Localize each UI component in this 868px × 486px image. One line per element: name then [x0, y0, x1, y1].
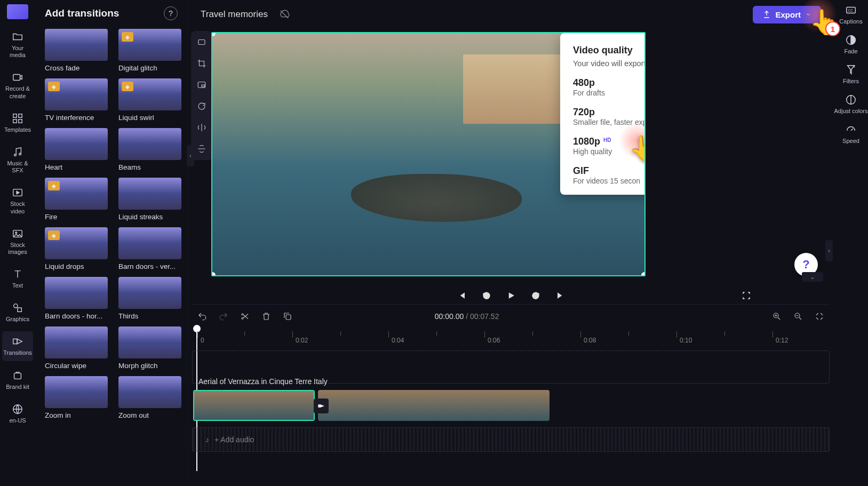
export-button[interactable]: Export [753, 6, 821, 23]
transition-item[interactable]: ◆Liquid drops [45, 227, 108, 270]
transition-label: Liquid streaks [118, 213, 181, 221]
preview-canvas[interactable]: Video quality Your video will export as … [211, 32, 646, 276]
transition-item[interactable]: Barn doors - ver... [118, 227, 181, 270]
timeline-ruler[interactable]: 00:020:040:060:080:100:12 [192, 328, 830, 346]
svg-rect-22 [286, 315, 291, 320]
transition-label: Barn doors - ver... [118, 262, 181, 270]
transition-item[interactable]: Thirds [118, 277, 181, 320]
video-clip-selected[interactable] [193, 390, 315, 421]
collapse-down[interactable]: ⌄ [802, 272, 823, 282]
rr-speed[interactable]: Speed [842, 124, 859, 144]
transition-label: Heart [45, 163, 108, 171]
transition-item[interactable]: Barn doors - hor... [45, 277, 108, 320]
rr-captions[interactable]: CCCaptions [839, 4, 862, 25]
rail-label: Graphics [6, 316, 29, 323]
transition-item[interactable]: Zoom in [45, 376, 108, 419]
preview-area: ‹ Video quality Your video will export a… [188, 29, 834, 283]
svg-rect-2 [19, 114, 22, 117]
quality-heading: 480p [573, 77, 646, 89]
rail-stock-images[interactable]: Stock images [2, 224, 33, 260]
skip-start-icon[interactable] [457, 290, 467, 301]
fit-timeline-icon[interactable] [815, 312, 824, 321]
rail-music-sfx[interactable]: Music & SFX [2, 142, 33, 178]
transition-item[interactable]: Morph glitch [118, 326, 181, 370]
rail-text[interactable]: Text [2, 264, 33, 293]
transition-item[interactable]: ◆TV interference [45, 78, 108, 122]
crop-icon[interactable] [197, 59, 206, 68]
flip-h-icon[interactable] [197, 123, 206, 132]
transition-label: Liquid drops [45, 262, 108, 270]
redo-icon[interactable] [219, 312, 228, 321]
transition-item[interactable]: Beams [118, 128, 181, 171]
export-label: Export [775, 10, 801, 19]
rail-record-create[interactable]: Record & create [2, 67, 33, 103]
transition-item[interactable]: Heart [45, 128, 108, 171]
audio-track[interactable]: ♪ + Add audio [192, 427, 830, 452]
rail-your-media[interactable]: Your media [2, 27, 33, 63]
top-bar: Travel memories Export 👆 1 [188, 0, 834, 29]
svg-rect-17 [202, 85, 204, 87]
zoom-in-icon[interactable] [772, 312, 782, 321]
svg-point-21 [242, 317, 243, 319]
video-track[interactable]: Aerial of Vernazza in Cinque Terre Italy [192, 389, 830, 422]
collapse-panel-right[interactable]: › [825, 240, 833, 261]
fit-icon[interactable] [197, 37, 206, 47]
skip-end-icon[interactable] [555, 290, 566, 301]
transition-thumb: ◆ [118, 78, 181, 110]
rail-language[interactable]: en-US [2, 399, 33, 428]
project-title[interactable]: Travel memories [201, 9, 268, 20]
transition-item[interactable]: Cross fade [45, 29, 108, 72]
transition-thumb [45, 29, 108, 61]
rail-graphics[interactable]: Graphics [2, 298, 33, 327]
rr-filters[interactable]: Filters [843, 64, 859, 84]
fullscreen-icon[interactable] [741, 290, 752, 301]
split-icon[interactable] [240, 312, 250, 321]
svg-point-5 [14, 154, 17, 156]
pip-icon[interactable] [197, 80, 206, 90]
rail-transitions[interactable]: Transitions [2, 331, 33, 361]
flip-v-icon[interactable] [197, 144, 206, 154]
quality-option-480p[interactable]: 480p For drafts [573, 77, 646, 97]
transition-item[interactable]: Circular wipe [45, 326, 108, 370]
svg-rect-0 [13, 75, 20, 81]
rewind-5-icon[interactable]: 5 [481, 290, 492, 301]
forward-5-icon[interactable]: 5 [530, 290, 541, 301]
svg-rect-15 [198, 40, 205, 45]
svg-rect-25 [318, 405, 321, 408]
rr-label: Filters [843, 78, 859, 84]
video-clip[interactable] [318, 390, 550, 421]
rr-adjust-colors[interactable]: Adjust colors [834, 94, 868, 114]
canvas-tool-strip [191, 31, 212, 160]
transition-item[interactable]: ◆Liquid swirl [118, 78, 181, 122]
quality-heading: GIF [573, 165, 646, 177]
rail-brand-kit[interactable]: Brand kit [2, 365, 33, 395]
zoom-out-icon[interactable] [793, 312, 803, 321]
transition-item[interactable]: ◆Digital glitch [118, 29, 181, 72]
duplicate-icon[interactable] [283, 312, 292, 321]
rail-label: Text [12, 282, 23, 289]
quality-option-gif[interactable]: GIF For videos 15 secon [573, 165, 646, 185]
rr-fade[interactable]: Fade [844, 34, 857, 54]
playhead[interactable] [193, 325, 201, 332]
rotate-icon[interactable] [197, 101, 206, 111]
transition-item[interactable]: ◆Fire [45, 178, 108, 221]
play-icon[interactable] [506, 290, 516, 301]
quality-option-1080p[interactable]: 1080pHD High quality 👆 2 [573, 136, 646, 156]
svg-point-9 [15, 232, 17, 233]
timeline-time: 00:00.00 / 00:07.52 [435, 312, 499, 321]
resize-handle[interactable] [641, 272, 646, 276]
transition-thumb [45, 277, 108, 309]
clip-title: Aerial of Vernazza in Cinque Terre Italy [198, 377, 328, 386]
transition-item[interactable]: Zoom out [118, 376, 181, 419]
help-icon[interactable]: ? [164, 6, 178, 20]
transition-item[interactable]: Liquid streaks [118, 178, 181, 221]
rail-stock-video[interactable]: Stock video [2, 182, 33, 219]
svg-rect-13 [14, 373, 21, 379]
quality-option-720p[interactable]: 720p Smaller file, faster export [573, 107, 646, 126]
transition-badge[interactable] [314, 399, 329, 413]
rail-templates[interactable]: Templates [2, 108, 33, 138]
panel-title: Add transitions [45, 7, 119, 19]
delete-icon[interactable] [261, 312, 271, 321]
left-nav-rail: Your media Record & create Templates Mus… [0, 0, 35, 486]
undo-icon[interactable] [197, 312, 207, 321]
